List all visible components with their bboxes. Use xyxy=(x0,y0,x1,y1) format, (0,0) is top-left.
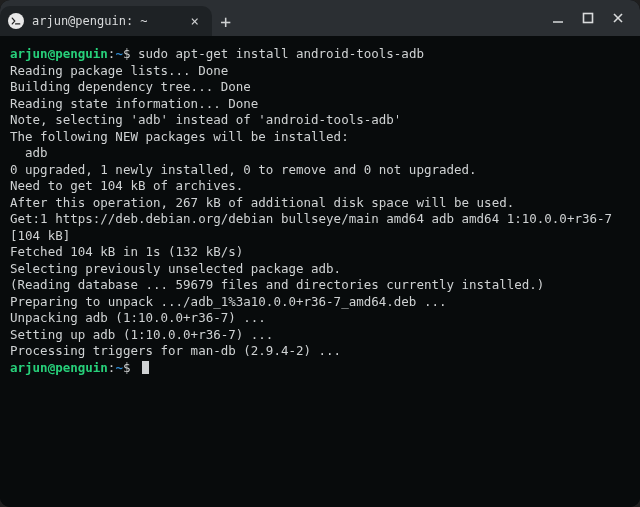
minimize-button[interactable] xyxy=(550,10,566,26)
prompt-path: ~ xyxy=(115,360,123,375)
output-line: Setting up adb (1:10.0.0+r36-7) ... xyxy=(10,327,630,344)
maximize-button[interactable] xyxy=(580,10,596,26)
output-line: Get:1 https://deb.debian.org/debian bull… xyxy=(10,211,630,244)
output-line: 0 upgraded, 1 newly installed, 0 to remo… xyxy=(10,162,630,179)
command-text: sudo apt-get install android-tools-adb xyxy=(138,46,424,61)
window-controls xyxy=(550,0,632,36)
output-line: Reading state information... Done xyxy=(10,96,630,113)
titlebar: arjun@penguin: ~ × + xyxy=(0,0,640,36)
output-line: Reading package lists... Done xyxy=(10,63,630,80)
output-line: (Reading database ... 59679 files and di… xyxy=(10,277,630,294)
output-line: Fetched 104 kB in 1s (132 kB/s) xyxy=(10,244,630,261)
tab-close-button[interactable]: × xyxy=(188,14,202,28)
tab-title: arjun@penguin: ~ xyxy=(32,14,148,28)
prompt-user-host: arjun@penguin xyxy=(10,46,108,61)
output-line: adb xyxy=(10,145,630,162)
window-close-button[interactable] xyxy=(610,10,626,26)
output-line: Note, selecting 'adb' instead of 'androi… xyxy=(10,112,630,129)
prompt-line: arjun@penguin:~$ xyxy=(10,360,630,377)
terminal-icon xyxy=(8,13,24,29)
output-line: Building dependency tree... Done xyxy=(10,79,630,96)
prompt-path: ~ xyxy=(115,46,123,61)
output-line: Selecting previously unselected package … xyxy=(10,261,630,278)
terminal-window: arjun@penguin: ~ × + arjun@penguin:~$ su… xyxy=(0,0,640,507)
output-line: The following NEW packages will be insta… xyxy=(10,129,630,146)
svg-rect-1 xyxy=(584,14,593,23)
output-line: Preparing to unpack .../adb_1%3a10.0.0+r… xyxy=(10,294,630,311)
output-line: After this operation, 267 kB of addition… xyxy=(10,195,630,212)
new-tab-button[interactable]: + xyxy=(212,6,240,36)
titlebar-drag-area[interactable] xyxy=(240,0,550,36)
terminal-body[interactable]: arjun@penguin:~$ sudo apt-get install an… xyxy=(0,36,640,507)
prompt-line: arjun@penguin:~$ sudo apt-get install an… xyxy=(10,46,630,63)
prompt-symbol: $ xyxy=(123,46,138,61)
tab-active[interactable]: arjun@penguin: ~ × xyxy=(0,6,212,36)
output-line: Unpacking adb (1:10.0.0+r36-7) ... xyxy=(10,310,630,327)
prompt-symbol: $ xyxy=(123,360,138,375)
prompt-user-host: arjun@penguin xyxy=(10,360,108,375)
cursor xyxy=(142,361,149,374)
output-line: Need to get 104 kB of archives. xyxy=(10,178,630,195)
output-line: Processing triggers for man-db (2.9.4-2)… xyxy=(10,343,630,360)
